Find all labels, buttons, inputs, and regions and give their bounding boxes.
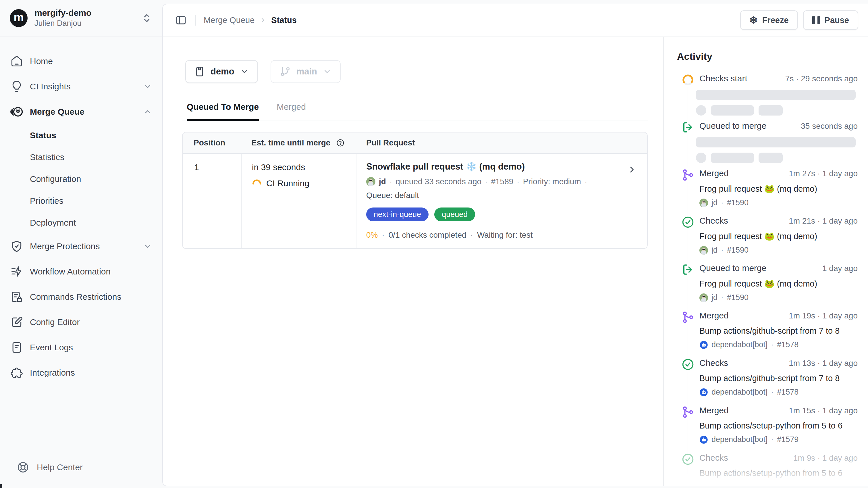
sidebar-item-integrations[interactable]: Integrations bbox=[0, 360, 162, 385]
tab-merged[interactable]: Merged bbox=[277, 102, 306, 120]
activity-item-number: #1579 bbox=[777, 483, 799, 486]
activity-item-byline: dependabot[bot] · #1579 bbox=[700, 435, 858, 444]
separator: · bbox=[771, 388, 774, 397]
panel-toggle-icon[interactable] bbox=[175, 14, 187, 26]
activity-item-pr-title[interactable]: Bump actions/github-script from 7 to 8 bbox=[700, 374, 858, 383]
activity-item-title: Merged bbox=[700, 168, 729, 178]
queue-table-header: Position Est. time until merge Pull Requ… bbox=[183, 133, 647, 154]
activity-item-number: #1578 bbox=[777, 340, 799, 349]
activity-item-author: jd bbox=[711, 246, 717, 255]
sidebar-item-merge-queue[interactable]: Merge Queue bbox=[0, 99, 162, 124]
column-pull-request: Pull Request bbox=[356, 138, 647, 147]
checks-completed: 0/1 checks completed bbox=[389, 230, 466, 240]
dependabot-icon bbox=[700, 483, 708, 486]
activity-title: Activity bbox=[677, 51, 858, 62]
queue-row[interactable]: 1 in 39 seconds CI Running Snowflake pul… bbox=[183, 154, 647, 248]
sidebar-item-deployment[interactable]: Deployment bbox=[0, 212, 162, 234]
chevron-right-icon[interactable] bbox=[627, 165, 637, 174]
separator: · bbox=[721, 293, 723, 302]
chevron-down-icon bbox=[143, 242, 152, 251]
merge-queue-subnav: Status Statistics Configuration Prioriti… bbox=[0, 124, 162, 234]
activity-item-pr-title[interactable]: Bump actions/github-script from 7 to 8 bbox=[700, 326, 858, 336]
sidebar-item-configuration[interactable]: Configuration bbox=[0, 168, 162, 190]
queue-tabs: Queued To Merge Merged bbox=[182, 102, 648, 120]
puzzle-icon bbox=[10, 367, 23, 379]
activity-item-author: dependabot[bot] bbox=[711, 483, 768, 486]
chevrons-up-down-icon bbox=[142, 13, 152, 23]
sidebar-item-label: Config Editor bbox=[30, 317, 80, 327]
sidebar-item-priorities[interactable]: Priorities bbox=[0, 190, 162, 212]
sidebar-item-label: Merge Queue bbox=[30, 107, 85, 117]
repository-select-value: demo bbox=[211, 66, 235, 77]
activity-item-title: Queued to merge bbox=[700, 121, 766, 131]
activity-item-title: Checks start bbox=[700, 74, 747, 83]
pr-title[interactable]: Snowflake pull request ❄️ (mq demo) bbox=[366, 161, 637, 172]
sidebar-item-statistics[interactable]: Statistics bbox=[0, 146, 162, 168]
activity-item-number: #1590 bbox=[727, 198, 748, 207]
activity-item-pr-title[interactable]: Frog pull request 🐸 (mq demo) bbox=[700, 184, 858, 194]
activity-item-author: jd bbox=[711, 198, 717, 207]
help-center-link[interactable]: Help Center bbox=[0, 455, 162, 480]
git-branch-icon bbox=[280, 66, 291, 77]
home-icon bbox=[10, 55, 23, 67]
activity-item[interactable]: Merged1m 19s · 1 day ago Bump actions/gi… bbox=[664, 311, 858, 358]
org-avatar: m bbox=[10, 9, 28, 27]
workflow-automation-icon bbox=[10, 265, 23, 278]
tab-queued-to-merge[interactable]: Queued To Merge bbox=[187, 102, 259, 121]
content-area: demo main Queued To Merge M bbox=[163, 37, 868, 486]
activity-item-author: dependabot[bot] bbox=[711, 435, 768, 444]
breadcrumb-parent[interactable]: Merge Queue bbox=[204, 16, 254, 25]
separator: · bbox=[585, 177, 587, 186]
freeze-button[interactable]: ❄ Freeze bbox=[740, 10, 798, 30]
activity-item-title: Checks bbox=[700, 453, 728, 463]
sidebar-item-event-logs[interactable]: Event Logs bbox=[0, 335, 162, 360]
sidebar-item-label: Event Logs bbox=[30, 343, 73, 352]
activity-item[interactable]: Checks start7s · 29 seconds ago bbox=[664, 74, 858, 121]
activity-item-pr-title[interactable]: Bump actions/setup-python from 5 to 6 bbox=[700, 468, 858, 478]
activity-item-meta: 7s · 29 seconds ago bbox=[785, 74, 858, 83]
branch-select[interactable]: main bbox=[271, 60, 341, 83]
activity-item[interactable]: Merged1m 15s · 1 day ago Bump actions/se… bbox=[664, 405, 858, 453]
header-actions: ❄ Freeze Pause bbox=[740, 10, 858, 30]
sidebar-item-label: Deployment bbox=[30, 218, 76, 228]
pr-meta: jd · queued 33 seconds ago · #1589 · Pri… bbox=[366, 177, 637, 186]
sidebar-item-commands-restrictions[interactable]: Commands Restrictions bbox=[0, 284, 162, 310]
org-names: mergify-demo Julien Danjou bbox=[34, 8, 142, 28]
circle-check-icon bbox=[681, 357, 695, 372]
activity-item-meta: 1m 9s · 1 day ago bbox=[793, 454, 858, 463]
checks-waiting: Waiting for: test bbox=[477, 230, 532, 240]
sidebar-item-label: Status bbox=[30, 131, 56, 140]
activity-item-pr-title[interactable]: Frog pull request 🐸 (mq demo) bbox=[700, 279, 858, 289]
row-position: 1 bbox=[183, 154, 242, 248]
checks-progress: 0% bbox=[366, 230, 378, 240]
main-panel: Merge Queue Status ❄ Freeze Pause bbox=[162, 4, 868, 486]
org-switcher[interactable]: m mergify-demo Julien Danjou bbox=[0, 0, 162, 36]
cut-off-widget bbox=[0, 484, 2, 488]
activity-item-pr-title[interactable]: Frog pull request 🐸 (mq demo) bbox=[700, 231, 858, 241]
activity-item[interactable]: Queued to merge35 seconds ago bbox=[664, 121, 858, 168]
separator: · bbox=[771, 483, 774, 486]
activity-item[interactable]: Checks1m 21s · 1 day ago Frog pull reque… bbox=[664, 216, 858, 263]
help-icon[interactable] bbox=[336, 139, 345, 147]
activity-item-pr-title[interactable]: Bump actions/setup-python from 5 to 6 bbox=[700, 421, 858, 431]
sidebar-item-workflow-automation[interactable]: Workflow Automation bbox=[0, 259, 162, 284]
sidebar-item-status[interactable]: Status bbox=[0, 124, 162, 146]
activity-item[interactable]: Merged1m 27s · 1 day ago Frog pull reque… bbox=[664, 168, 858, 216]
chevron-down-icon bbox=[240, 67, 249, 76]
sidebar-item-config-editor[interactable]: Config Editor bbox=[0, 310, 162, 335]
separator: · bbox=[470, 230, 473, 240]
activity-item[interactable]: Queued to merge1 day ago Frog pull reque… bbox=[664, 263, 858, 311]
activity-item[interactable]: Checks1m 9s · 1 day ago Bump actions/set… bbox=[664, 453, 858, 486]
breadcrumb-chevron-icon bbox=[259, 17, 267, 24]
sidebar-item-ci-insights[interactable]: CI Insights bbox=[0, 74, 162, 99]
separator: · bbox=[390, 177, 392, 186]
activity-item[interactable]: Checks1m 13s · 1 day ago Bump actions/gi… bbox=[664, 358, 858, 405]
repository-select[interactable]: demo bbox=[185, 60, 258, 83]
sidebar-item-label: Commands Restrictions bbox=[30, 292, 121, 302]
sidebar-item-label: Configuration bbox=[30, 174, 81, 184]
activity-item-title: Queued to merge bbox=[700, 263, 766, 273]
queued-to-merge-icon bbox=[681, 262, 695, 277]
sidebar-item-home[interactable]: Home bbox=[0, 49, 162, 74]
sidebar-item-merge-protections[interactable]: Merge Protections bbox=[0, 234, 162, 259]
pause-button[interactable]: Pause bbox=[803, 10, 858, 30]
